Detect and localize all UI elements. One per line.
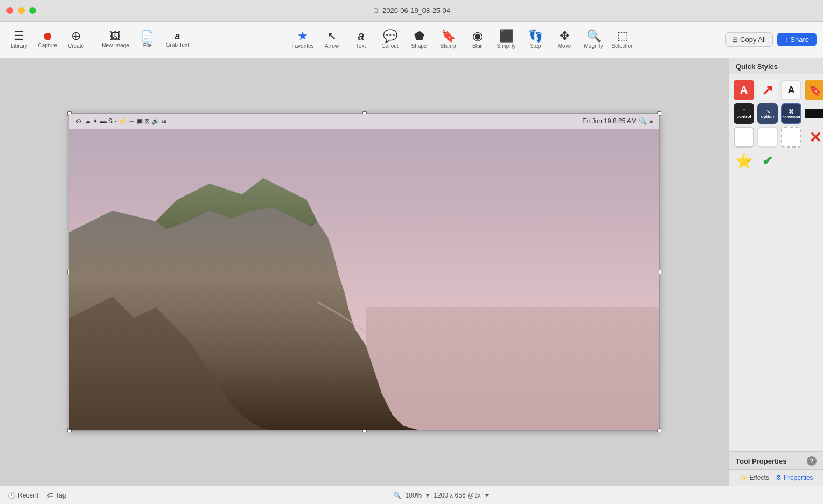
capture-button[interactable]: ⏺ Capture xyxy=(34,29,62,51)
landscape-svg xyxy=(69,114,659,430)
new-image-button[interactable]: 🖼 New Image xyxy=(97,29,134,51)
text-tool[interactable]: a Text xyxy=(347,28,375,51)
image-container: ⊙ ☁ ✦ ▬ S ▪ ⚡ ↔ ▣ ⊠ 🔊 ≋ Fri Jun 19 8:25 … xyxy=(69,113,660,431)
mac-menubar-left: ⊙ ☁ ✦ ▬ S ▪ ⚡ ↔ ▣ ⊠ 🔊 ≋ xyxy=(76,117,167,125)
quick-styles-grid: A ↗ A 🔖 ⌃ control ⌥ option ⌘ comman xyxy=(729,74,823,177)
copy-all-button[interactable]: ⊞ Copy All xyxy=(725,32,773,47)
main-toolbar: ☰ Library ⏺ Capture ⊕ Create 🖼 New Image… xyxy=(0,22,823,58)
move-tool[interactable]: ✥ Move xyxy=(550,28,578,51)
share-icon: ↑ xyxy=(785,36,789,44)
properties-icon: ⚙ xyxy=(776,474,782,481)
qs-black-a[interactable]: A xyxy=(781,80,801,100)
effects-icon: ✨ xyxy=(739,474,747,481)
quick-styles-header: Quick Styles xyxy=(729,58,823,74)
divider-2 xyxy=(198,29,198,51)
main-area: ⊙ ☁ ✦ ▬ S ▪ ⚡ ↔ ▣ ⊠ 🔊 ≋ Fri Jun 19 8:25 … xyxy=(0,58,823,486)
simplify-tool[interactable]: ⬛ Simplify xyxy=(492,28,520,51)
mac-menu-icon: ≡ xyxy=(649,117,653,125)
zoom-icon: 🔍 xyxy=(393,492,401,499)
file-button[interactable]: 📄 File xyxy=(136,29,159,51)
mac-menubar-right: Fri Jun 19 8:25 AM 🔍 ≡ xyxy=(582,117,653,125)
new-image-icon: 🖼 xyxy=(110,31,121,41)
tool-properties-header: Tool Properties ? xyxy=(729,451,823,470)
create-button[interactable]: ⊕ Create xyxy=(64,28,88,51)
close-button[interactable] xyxy=(6,7,13,14)
tool-properties-content: ✨ Effects ⚙ Properties xyxy=(729,470,823,486)
library-button[interactable]: ☰ Library xyxy=(6,28,32,51)
magnify-icon: 🔍 xyxy=(587,30,601,42)
recent-button[interactable]: 🕐 Recent xyxy=(8,492,38,499)
grab-text-button[interactable]: a Grab Text xyxy=(162,29,193,50)
selection-icon: ⬚ xyxy=(617,30,629,42)
capture-icon: ⏺ xyxy=(42,31,53,41)
arrow-tool[interactable]: ↖ Arrow xyxy=(318,28,346,51)
mac-search-icon: 🔍 xyxy=(639,117,647,125)
divider-1 xyxy=(93,29,93,51)
tag-icon: 🏷 xyxy=(47,492,53,499)
qs-white-box-1[interactable] xyxy=(734,127,754,148)
create-icon: ⊕ xyxy=(71,30,81,42)
mac-status-icons: ☁ ✦ ▬ S ▪ ⚡ ↔ ▣ ⊠ 🔊 ≋ xyxy=(85,117,167,125)
dimensions-separator: ▾ xyxy=(485,492,489,499)
qs-dashed-box[interactable] xyxy=(781,127,801,148)
window-title: 🗒 2020-06-19_08-25-04 xyxy=(373,6,450,15)
magnify-tool[interactable]: 🔍 Magnify xyxy=(580,28,608,51)
step-icon: 👣 xyxy=(528,30,543,42)
callout-tool[interactable]: 💬 Callout xyxy=(376,28,404,51)
qs-star[interactable]: ⭐ xyxy=(734,151,754,171)
favorites-icon: ★ xyxy=(297,30,308,42)
clock-icon: 🕐 xyxy=(8,492,16,499)
shape-icon: ⬟ xyxy=(414,30,424,42)
text-icon: a xyxy=(358,30,364,42)
move-icon: ✥ xyxy=(560,30,569,42)
title-bar: 🗒 2020-06-19_08-25-04 xyxy=(0,0,823,22)
toolbar-right: ⊞ Copy All ↑ Share xyxy=(725,32,817,47)
simplify-icon: ⬛ xyxy=(499,30,514,42)
qs-red-arrow[interactable]: ↗ xyxy=(757,80,778,100)
qs-red-x[interactable]: ✕ xyxy=(805,127,823,148)
blur-tool[interactable]: ◉ Blur xyxy=(463,28,491,51)
tool-group: ★ Favorites ↖ Arrow a Text 💬 Callout ⬟ S… xyxy=(203,28,723,51)
zoom-separator: ▾ xyxy=(426,492,429,499)
shape-tool[interactable]: ⬟ Shape xyxy=(405,28,433,51)
mac-apple-icon: ⊙ xyxy=(76,117,81,125)
minimize-button[interactable] xyxy=(18,7,25,14)
favorites-tool[interactable]: ★ Favorites xyxy=(289,28,317,51)
qs-yellow-bookmark[interactable]: 🔖 xyxy=(805,80,823,100)
selection-tool[interactable]: ⬚ Selection xyxy=(609,28,637,51)
qs-option-key[interactable]: ⌥ option xyxy=(757,103,778,124)
qs-control-key[interactable]: ⌃ control xyxy=(734,103,754,124)
copy-icon: ⊞ xyxy=(732,36,738,44)
qs-checkmark[interactable]: ✔ xyxy=(757,151,778,171)
share-button[interactable]: ↑ Share xyxy=(777,33,817,46)
canvas-area[interactable]: ⊙ ☁ ✦ ▬ S ▪ ⚡ ↔ ▣ ⊠ 🔊 ≋ Fri Jun 19 8:25 … xyxy=(0,58,729,486)
help-button[interactable]: ? xyxy=(807,456,817,466)
window-controls xyxy=(6,7,36,14)
step-tool[interactable]: 👣 Step xyxy=(521,28,549,51)
arrow-icon: ↖ xyxy=(327,30,337,42)
landscape-image xyxy=(69,114,659,430)
qs-red-a[interactable]: A xyxy=(734,80,754,100)
tag-button[interactable]: 🏷 Tag xyxy=(47,492,66,499)
stamp-icon: 🔖 xyxy=(441,30,456,42)
document-icon: 🗒 xyxy=(373,7,379,15)
status-left: 🕐 Recent 🏷 Tag xyxy=(8,492,66,499)
right-sidebar: Quick Styles A ↗ A 🔖 ⌃ control ⌥ xyxy=(729,58,823,486)
effects-button[interactable]: ✨ Effects xyxy=(739,474,769,481)
svg-rect-1 xyxy=(366,307,659,430)
maximize-button[interactable] xyxy=(29,7,36,14)
blur-icon: ◉ xyxy=(472,30,483,42)
file-icon: 📄 xyxy=(141,31,154,41)
mac-menubar-overlay: ⊙ ☁ ✦ ▬ S ▪ ⚡ ↔ ▣ ⊠ 🔊 ≋ Fri Jun 19 8:25 … xyxy=(69,114,659,129)
qs-command-key[interactable]: ⌘ command xyxy=(781,103,801,124)
library-icon: ☰ xyxy=(13,30,24,42)
qs-black-bar[interactable] xyxy=(805,109,823,118)
sidebar-spacer xyxy=(729,177,823,451)
properties-button[interactable]: ⚙ Properties xyxy=(776,474,813,481)
qs-white-box-2[interactable] xyxy=(757,127,778,148)
stamp-tool[interactable]: 🔖 Stamp xyxy=(434,28,462,51)
grab-text-icon: a xyxy=(175,31,180,41)
status-center: 🔍 100% ▾ 1200 x 656 @2x ▾ xyxy=(393,492,489,499)
status-bar: 🕐 Recent 🏷 Tag 🔍 100% ▾ 1200 x 656 @2x ▾ xyxy=(0,486,823,504)
callout-icon: 💬 xyxy=(383,30,397,42)
